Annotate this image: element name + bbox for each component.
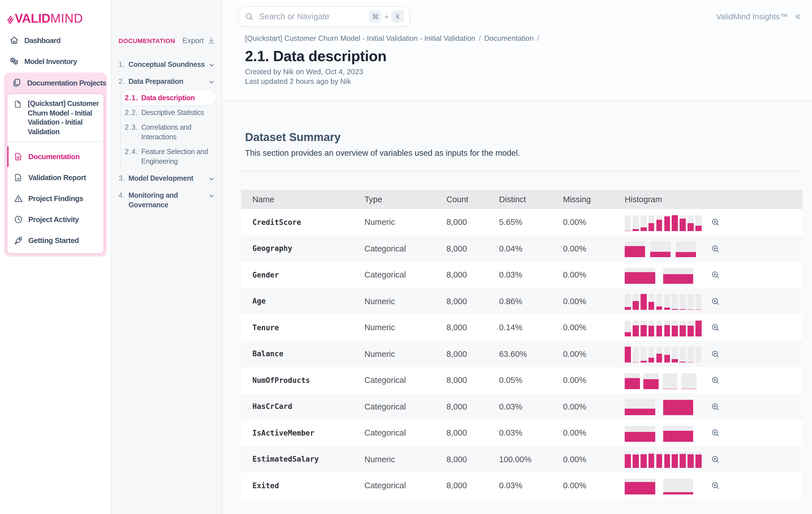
sidebar-item-validation-report[interactable]: Validation Report xyxy=(7,168,103,187)
zoom-in-icon[interactable] xyxy=(711,429,720,438)
table-row-numofproducts: NumOfProductsCategorical8,0000.05%0.00% xyxy=(241,367,802,394)
zoom-in-icon[interactable] xyxy=(711,376,720,385)
cell-missing: 0.00% xyxy=(563,218,625,227)
cell-type: Categorical xyxy=(365,376,446,385)
cell-count: 8,000 xyxy=(446,323,499,332)
chevron-down-icon[interactable] xyxy=(208,175,215,183)
sidebar-item-project-findings[interactable]: Project Findings xyxy=(7,189,103,208)
sidebar-item-documentation[interactable]: Documentation xyxy=(7,147,103,166)
validmind-logo[interactable]: VALIDMIND xyxy=(0,8,111,29)
content: Dataset Summary This section provides an… xyxy=(222,101,812,499)
active-indicator xyxy=(6,146,8,167)
chevron-down-icon[interactable] xyxy=(208,78,215,86)
sidebar-item-project-activity[interactable]: Project Activity xyxy=(7,210,103,229)
copy-icon xyxy=(12,78,22,88)
breadcrumb: [Quickstart] Customer Churn Model - Init… xyxy=(245,34,812,43)
download-icon xyxy=(207,36,215,45)
zoom-in-icon[interactable] xyxy=(711,244,720,254)
tree-item-2-3-[interactable]: 2.3.Correlations and Interactions xyxy=(121,120,215,144)
cell-count: 8,000 xyxy=(446,402,499,411)
section-description: This section provides an overview of var… xyxy=(245,148,812,158)
cell-distinct: 0.03% xyxy=(499,429,563,437)
cell-name: Age xyxy=(241,297,365,305)
cell-name: HasCrCard xyxy=(241,402,365,411)
cell-name: CreditScore xyxy=(241,218,365,226)
file-check-icon xyxy=(13,173,23,182)
cell-type: Numeric xyxy=(365,218,446,227)
cell-histogram xyxy=(625,266,802,284)
search-input[interactable]: Search or Navigate ⌘ + k xyxy=(238,6,410,27)
zoom-in-icon[interactable] xyxy=(711,297,720,306)
documentation-sidebar: DOCUMENTATION Export 1.Conceptual Soundn… xyxy=(111,0,222,514)
file-text-icon xyxy=(13,152,23,161)
cell-type: Numeric xyxy=(365,455,446,464)
logo-text: VALIDMIND xyxy=(15,11,83,26)
zoom-in-icon[interactable] xyxy=(711,270,720,280)
cell-name: EstimatedSalary xyxy=(241,455,365,464)
histogram-chart xyxy=(625,215,702,231)
sidebar-item-dashboard[interactable]: Dashboard xyxy=(4,31,106,50)
cell-count: 8,000 xyxy=(446,429,499,437)
breadcrumb-project[interactable]: [Quickstart] Customer Churn Model - Init… xyxy=(245,34,475,43)
chevron-down-icon[interactable] xyxy=(208,192,215,200)
cell-histogram xyxy=(625,372,802,389)
sidebar-item-documentation-projects[interactable]: Documentation Projects xyxy=(4,73,107,93)
cell-distinct: 63.60% xyxy=(499,349,563,358)
table-row-age: AgeNumeric8,0000.86%0.00% xyxy=(241,288,802,314)
cell-type: Categorical xyxy=(365,270,446,279)
zoom-in-icon[interactable] xyxy=(711,402,720,412)
chevron-down-icon[interactable] xyxy=(208,61,215,69)
tree-item-2-2-[interactable]: 2.2.Descriptive Statistics xyxy=(121,105,215,120)
column-header-histogram: Histogram xyxy=(625,195,802,204)
project-item[interactable]: [Quickstart] Customer Churn Model - Init… xyxy=(7,94,103,140)
tree-item-4[interactable]: 4.Monitoring and Governance xyxy=(119,187,215,214)
cell-missing: 0.00% xyxy=(563,455,625,464)
table-row-estimatedsalary: EstimatedSalaryNumeric8,000100.00%0.00% xyxy=(241,446,802,472)
cell-count: 8,000 xyxy=(446,455,499,464)
tree-item-2[interactable]: 2.Data Preparation xyxy=(119,73,215,90)
cell-missing: 0.00% xyxy=(563,323,625,332)
histogram-chart xyxy=(625,321,702,336)
tree-item-2-1-[interactable]: 2.1.Data description xyxy=(121,91,215,105)
last-updated: Last updated 2 hours ago by Nik xyxy=(245,77,812,86)
zoom-in-icon[interactable] xyxy=(711,323,720,333)
collapse-icon[interactable] xyxy=(793,12,802,21)
histogram-chart xyxy=(625,347,702,363)
cell-count: 8,000 xyxy=(446,376,499,385)
table-row-hascrcard: HasCrCardCategorical8,0000.03%0.00% xyxy=(241,394,802,420)
main-area: Search or Navigate ⌘ + k ValidMind Insig… xyxy=(222,0,812,514)
zoom-in-icon[interactable] xyxy=(711,455,720,464)
zoom-in-icon[interactable] xyxy=(711,349,720,359)
tree-item-1[interactable]: 1.Conceptual Soundness xyxy=(119,56,215,73)
sidebar-item-getting-started[interactable]: Getting Started xyxy=(7,231,103,250)
created-by: Created by Nik on Wed, Oct 4, 2023 xyxy=(245,67,812,77)
file-icon xyxy=(13,100,23,136)
export-button[interactable]: Export xyxy=(182,36,215,45)
table-row-balance: BalanceNumeric8,00063.60%0.00% xyxy=(241,341,802,367)
cell-name: Balance xyxy=(241,350,365,358)
table-row-gender: GenderCategorical8,0000.03%0.00% xyxy=(241,262,802,288)
cell-type: Categorical xyxy=(365,244,446,253)
histogram-chart xyxy=(625,373,702,389)
table-row-exited: ExitedCategorical8,0000.03%0.00% xyxy=(241,472,802,499)
zoom-in-icon[interactable] xyxy=(711,218,720,227)
logo-hatch-icon xyxy=(7,11,15,26)
table-row-isactivemember: IsActiveMemberCategorical8,0000.03%0.00% xyxy=(241,420,802,446)
cell-histogram xyxy=(625,319,802,336)
cell-count: 8,000 xyxy=(446,218,499,227)
cell-name: Tenure xyxy=(241,323,365,332)
cell-name: IsActiveMember xyxy=(241,429,365,437)
kbd-cmd: ⌘ xyxy=(369,10,382,23)
sidebar-item-model-inventory[interactable]: Model Inventory xyxy=(4,52,106,71)
zoom-in-icon[interactable] xyxy=(711,481,720,491)
breadcrumb-documentation[interactable]: Documentation xyxy=(484,34,533,43)
cell-name: NumOfProducts xyxy=(241,376,365,385)
tree-item-3[interactable]: 3.Model Development xyxy=(119,170,215,187)
column-header-missing: Missing xyxy=(563,195,625,204)
cell-histogram xyxy=(625,240,802,258)
histogram-chart xyxy=(625,479,702,494)
tree-item-2-4-[interactable]: 2.4.Feature Selection and Engineering xyxy=(121,144,215,169)
cell-name: Exited xyxy=(241,482,365,490)
cell-count: 8,000 xyxy=(446,297,499,306)
primary-nav: DashboardModel InventoryDocumentation Pr… xyxy=(0,31,111,256)
